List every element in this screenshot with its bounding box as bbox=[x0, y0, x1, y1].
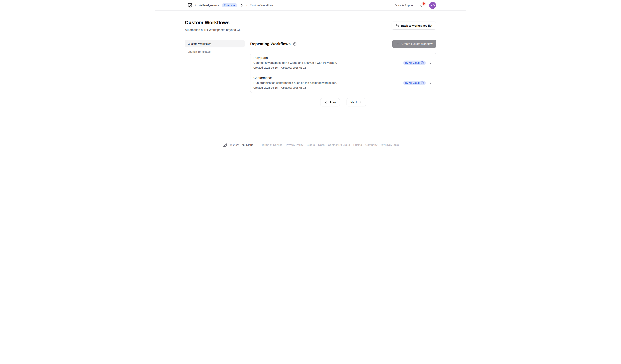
create-custom-workflow-button[interactable]: Create custom workflow bbox=[392, 40, 436, 48]
workflow-description: Connect a workspace to Nx Cloud and anal… bbox=[253, 60, 403, 65]
nx-logo-icon[interactable] bbox=[188, 3, 192, 8]
notifications-button[interactable] bbox=[419, 3, 424, 8]
breadcrumb-workspace[interactable]: stellar-dynamics bbox=[199, 4, 219, 7]
breadcrumb: / stellar-dynamics Enterprise / Custom W… bbox=[185, 3, 274, 8]
workflow-row-conformance[interactable]: Conformance Run organization conformance… bbox=[250, 73, 436, 93]
badge-label: by Nx Cloud bbox=[405, 81, 420, 84]
top-header: / stellar-dynamics Enterprise / Custom W… bbox=[155, 0, 466, 11]
return-arrow-icon bbox=[395, 24, 399, 28]
workflow-title: Polygraph bbox=[253, 55, 403, 60]
sidebar-item-custom-workflows[interactable]: Custom Workflows bbox=[185, 40, 245, 47]
pagination: Prev Next bbox=[250, 98, 436, 106]
next-page-button[interactable]: Next bbox=[346, 98, 366, 106]
footer-link-contact[interactable]: Contact Nx Cloud bbox=[328, 143, 350, 146]
settings-sidebar: Custom Workflows Launch Templates bbox=[185, 40, 245, 55]
chevron-right-icon bbox=[359, 101, 362, 104]
by-nx-cloud-badge: by Nx Cloud bbox=[403, 80, 426, 85]
chevron-right-icon bbox=[429, 61, 432, 65]
footer-links: Terms of Service Privacy Policy Status D… bbox=[261, 143, 399, 146]
avatar[interactable]: NO bbox=[429, 2, 436, 9]
footer-link-company[interactable]: Company bbox=[365, 143, 377, 146]
chevron-up-down-icon bbox=[240, 4, 243, 7]
nx-logo-icon bbox=[222, 142, 227, 147]
create-button-label: Create custom workflow bbox=[401, 42, 432, 46]
breadcrumb-separator: / bbox=[195, 3, 196, 7]
workflow-list: Polygraph Connect a workspace to Nx Clou… bbox=[250, 53, 436, 93]
prev-label: Prev bbox=[329, 101, 336, 104]
sidebar-item-launch-templates[interactable]: Launch Templates bbox=[185, 48, 245, 55]
workflow-updated: Updated: 2025-06-15 bbox=[281, 65, 306, 70]
chevron-right-icon bbox=[429, 81, 432, 85]
workflow-title: Conformance bbox=[253, 76, 403, 80]
back-button-label: Back to workspace list bbox=[401, 24, 432, 27]
badge-label: by Nx Cloud bbox=[405, 61, 420, 64]
next-label: Next bbox=[350, 101, 357, 104]
workflow-description: Run organization conformance rules on th… bbox=[253, 80, 403, 85]
sidebar-item-label: Launch Templates bbox=[188, 50, 210, 53]
workspace-switcher-button[interactable] bbox=[240, 3, 244, 7]
plus-icon bbox=[396, 42, 400, 46]
back-to-workspace-list-button[interactable]: Back to workspace list bbox=[392, 22, 436, 30]
workflow-updated: Updated: 2025-06-15 bbox=[281, 85, 306, 90]
docs-support-link[interactable]: Docs & Support bbox=[395, 4, 414, 7]
breadcrumb-separator: / bbox=[246, 3, 247, 7]
copyright-text: © 2025 - Nx Cloud bbox=[230, 143, 253, 146]
by-nx-cloud-badge: by Nx Cloud bbox=[403, 61, 426, 65]
workflow-created: Created: 2025-06-15 bbox=[253, 85, 278, 90]
notification-dot bbox=[423, 2, 425, 5]
footer-link-privacy[interactable]: Privacy Policy bbox=[286, 143, 303, 146]
chevron-left-icon bbox=[324, 101, 328, 104]
footer-link-docs[interactable]: Docs bbox=[318, 143, 325, 146]
plan-badge: Enterprise bbox=[222, 3, 237, 7]
footer-link-status[interactable]: Status bbox=[307, 143, 315, 146]
sidebar-item-label: Custom Workflows bbox=[188, 42, 211, 45]
workflow-row-polygraph[interactable]: Polygraph Connect a workspace to Nx Clou… bbox=[250, 53, 436, 73]
help-icon[interactable] bbox=[293, 42, 297, 46]
footer-link-pricing[interactable]: Pricing bbox=[353, 143, 362, 146]
footer-link-nxdevtools[interactable]: @NxDevTools bbox=[381, 143, 398, 146]
section-title: Repeating Workflows bbox=[250, 42, 291, 46]
nx-logo-icon bbox=[421, 81, 424, 84]
workflow-created: Created: 2025-06-15 bbox=[253, 65, 278, 70]
nx-logo-icon bbox=[421, 61, 424, 64]
prev-page-button[interactable]: Prev bbox=[320, 98, 340, 106]
footer-link-terms[interactable]: Terms of Service bbox=[261, 143, 282, 146]
footer: © 2025 - Nx Cloud Terms of Service Priva… bbox=[155, 134, 466, 147]
breadcrumb-page: Custom Workflows bbox=[250, 4, 274, 7]
